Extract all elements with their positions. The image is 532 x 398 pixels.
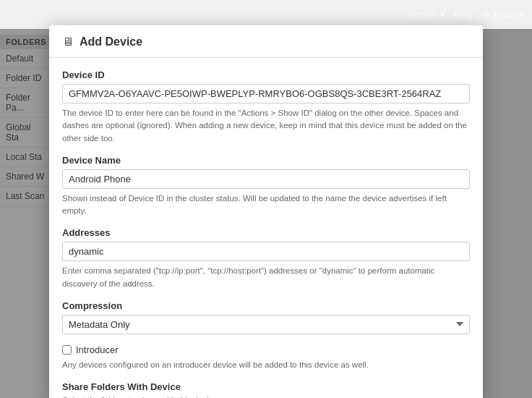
device-name-input[interactable] — [62, 169, 470, 189]
modal-header: 🖥 Add Device — [49, 25, 483, 58]
device-id-help: The device ID to enter here can be found… — [62, 107, 470, 145]
device-id-input[interactable] — [62, 84, 470, 103]
help-button[interactable]: Help — [454, 9, 473, 20]
device-id-group: Device ID The device ID to enter here ca… — [62, 69, 470, 145]
introducer-help: Any devices configured on an introducer … — [62, 359, 470, 371]
device-name-label: Device Name — [62, 155, 470, 166]
addresses-input[interactable] — [62, 242, 470, 261]
introducer-label[interactable]: Introducer — [76, 344, 119, 355]
device-id-label: Device ID — [62, 69, 470, 80]
compression-group: Compression Metadata Only All Data Nothi… — [62, 300, 470, 334]
modal-title: Add Device — [80, 35, 142, 48]
introducer-checkbox[interactable] — [62, 345, 72, 355]
actions-menu[interactable]: ⚙ Actions — [481, 9, 523, 20]
device-name-help: Shown instead of Device ID in the cluste… — [62, 192, 470, 218]
addresses-help: Enter comma separated ("tcp://ip:port", … — [62, 265, 470, 290]
monitor-icon: 🖥 — [62, 35, 74, 48]
modal-body: Device ID The device ID to enter here ca… — [49, 58, 483, 398]
addresses-group: Addresses Enter comma separated ("tcp://… — [62, 227, 470, 290]
addresses-label: Addresses — [62, 227, 470, 238]
introducer-group: Introducer Any devices configured on an … — [62, 344, 470, 371]
introducer-checkbox-group: Introducer — [62, 344, 470, 355]
device-name-group: Device Name Shown instead of Device ID i… — [62, 155, 470, 218]
share-folders-group: Share Folders With Device Select the fol… — [62, 381, 470, 398]
navbar-actions: Finnish ▾ Help ⚙ Actions — [407, 9, 523, 20]
compression-select[interactable]: Metadata Only All Data Nothing — [62, 315, 470, 334]
share-folders-label: Share Folders With Device — [62, 381, 470, 392]
add-device-modal: 🖥 Add Device Device ID The device ID to … — [49, 25, 483, 398]
compression-label: Compression — [62, 300, 470, 311]
language-selector[interactable]: Finnish ▾ — [407, 9, 445, 20]
